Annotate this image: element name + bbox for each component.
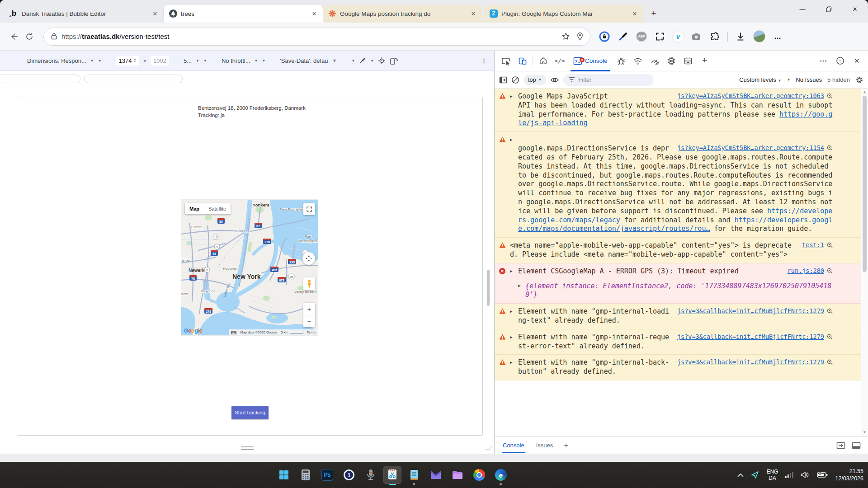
- network-signal-icon[interactable]: [785, 472, 793, 478]
- device-toolbar-toggle-icon[interactable]: [516, 54, 529, 68]
- map-button[interactable]: Map: [185, 203, 204, 214]
- filter-input[interactable]: Filter: [563, 74, 654, 86]
- onepassword-icon[interactable]: 1: [340, 466, 358, 484]
- magnifier-icon[interactable]: [827, 334, 833, 340]
- start-tracking-button[interactable]: Start tracking: [231, 406, 269, 419]
- message-source-link[interactable]: js?key=AIzaSyCmSt5BK…arker,geometry:1063: [677, 92, 824, 100]
- satellite-button[interactable]: Satellite: [204, 203, 231, 214]
- location-pin-icon[interactable]: [576, 32, 584, 41]
- chevron-down-icon[interactable]: ▼: [351, 59, 355, 63]
- pan-control[interactable]: [302, 252, 315, 265]
- console-error[interactable]: ▶ run.js:280 Element CSGoogleMap A - ERR…: [495, 263, 861, 304]
- chevron-down-icon[interactable]: ▼: [98, 59, 102, 63]
- chevron-down-icon[interactable]: ▼: [787, 78, 790, 82]
- fullscreen-button[interactable]: [303, 203, 315, 215]
- snipping-tool-icon[interactable]: [383, 466, 401, 484]
- console-object-preview[interactable]: ▶{element_instance: ElementInstance2, co…: [518, 282, 833, 300]
- message-source-link[interactable]: run.js:280: [788, 267, 824, 275]
- start-button[interactable]: [275, 466, 293, 484]
- dimensions-select[interactable]: Dimensions: Respon...: [27, 57, 86, 64]
- custom-levels-select[interactable]: Custom levels ▼: [739, 76, 781, 83]
- tab-close-icon[interactable]: ✕: [631, 9, 639, 18]
- password-manager-icon[interactable]: [599, 31, 610, 42]
- zoom-in-button[interactable]: +: [303, 303, 315, 315]
- language-switcher[interactable]: ENGDA: [766, 469, 778, 481]
- downloads-icon[interactable]: [735, 31, 746, 42]
- magnifier-icon[interactable]: [827, 359, 833, 365]
- pegman-control[interactable]: [303, 277, 315, 290]
- tray-chevron-icon[interactable]: [737, 473, 744, 477]
- extensions-puzzle-icon[interactable]: [709, 31, 721, 42]
- help-icon[interactable]: ?: [833, 54, 847, 68]
- map-terms-link[interactable]: Terms: [307, 330, 316, 334]
- expand-caret-icon[interactable]: ▶: [510, 92, 514, 128]
- eyedropper-tool-icon[interactable]: [359, 57, 366, 64]
- tab-trees[interactable]: trees ✕: [164, 5, 323, 23]
- chevron-down-icon[interactable]: ▼: [196, 59, 199, 63]
- chevron-down-icon[interactable]: ▼: [203, 59, 207, 63]
- bookmark-star-icon[interactable]: [561, 32, 570, 41]
- tab-close-icon[interactable]: ✕: [310, 9, 318, 18]
- location-active-icon[interactable]: [751, 471, 759, 479]
- corner-resize-grip[interactable]: [485, 446, 493, 450]
- proton-mail-icon[interactable]: [427, 466, 445, 484]
- no-issues-text[interactable]: No Issues: [796, 76, 822, 83]
- debugger-tab-icon[interactable]: [614, 54, 628, 68]
- viewport-scrollbar[interactable]: [487, 270, 490, 306]
- photoshop-icon[interactable]: Ps: [318, 466, 336, 484]
- url-text[interactable]: https://traeatlas.dk/version-test/test: [61, 33, 561, 40]
- throttling-select[interactable]: No throttl...: [222, 57, 250, 64]
- tab-bubble-editor[interactable]: b Dansk Træatlas | Bubble Editor ✕: [5, 5, 164, 23]
- drawer-tab-console[interactable]: Console: [502, 437, 525, 453]
- tab-close-icon[interactable]: ✕: [151, 9, 159, 18]
- console-warning[interactable]: ▶ js?v=3&callback=init…cfMuBjlcfFNrtc:12…: [495, 304, 861, 329]
- restore-button[interactable]: [816, 0, 842, 18]
- more-tools-icon[interactable]: +: [698, 54, 712, 68]
- eyedropper-icon[interactable]: [617, 31, 629, 42]
- files-folder-icon[interactable]: [448, 466, 467, 484]
- calculator-icon[interactable]: [297, 466, 315, 484]
- zoom-out-button[interactable]: −: [303, 315, 315, 328]
- magnifier-icon[interactable]: [827, 268, 833, 274]
- minimize-button[interactable]: —: [789, 0, 816, 18]
- drawer-expand-icon[interactable]: [852, 442, 861, 449]
- magnifier-icon[interactable]: [827, 308, 833, 314]
- message-source-link[interactable]: js?key=AIzaSyCmSt5BK…arker,geometry:1154: [677, 144, 824, 152]
- battery-icon[interactable]: [817, 472, 828, 478]
- tab-close-icon[interactable]: ✕: [469, 9, 477, 18]
- scroll-up-icon[interactable]: ▲: [861, 90, 868, 95]
- tab-google-maps-tracking[interactable]: Google Maps position tracking do ✕: [323, 5, 482, 23]
- application-tab-icon[interactable]: [681, 54, 695, 68]
- page-input-field[interactable]: [0, 75, 80, 83]
- address-bar[interactable]: https://traeatlas.dk/version-test/test: [43, 28, 590, 46]
- new-tab-button[interactable]: +: [647, 7, 660, 20]
- chevron-down-icon[interactable]: ▼: [255, 59, 258, 63]
- scrollbar-thumb[interactable]: [863, 96, 867, 272]
- zoom-control[interactable]: + −: [303, 303, 315, 327]
- welcome-tab-icon[interactable]: [536, 54, 550, 68]
- drawer-panel-icon[interactable]: [836, 442, 845, 449]
- volume-icon[interactable]: [801, 471, 810, 479]
- live-expression-eye-icon[interactable]: [550, 76, 559, 84]
- device-toolbar-menu-icon[interactable]: ⋮: [481, 57, 487, 64]
- inspect-target-icon[interactable]: [378, 57, 386, 65]
- refresh-button[interactable]: [22, 29, 37, 44]
- chevron-down-icon[interactable]: ▼: [90, 59, 94, 63]
- expand-caret-icon[interactable]: ▶: [510, 333, 514, 351]
- console-warning[interactable]: ▶ js?key=AIzaSyCmSt5BK…arker,geometry:10…: [495, 89, 861, 132]
- magnifier-icon[interactable]: [827, 93, 833, 99]
- clear-console-icon[interactable]: [511, 76, 519, 84]
- tab-console[interactable]: ✕ Console: [570, 51, 611, 71]
- google-logo[interactable]: Google: [184, 328, 202, 334]
- close-devtools-icon[interactable]: ✕: [850, 54, 863, 68]
- network-tab-icon[interactable]: [631, 54, 645, 68]
- viewport-height-input[interactable]: 1002: [151, 56, 169, 66]
- inspect-element-icon[interactable]: [499, 54, 513, 68]
- console-scrollbar[interactable]: ▲ ▼: [861, 89, 868, 436]
- rotate-device-icon[interactable]: [390, 57, 398, 65]
- edge-icon[interactable]: e: [492, 466, 510, 484]
- back-button[interactable]: [6, 29, 22, 44]
- google-map[interactable]: 80 87 278 95 295 495 78 678 278 17: [181, 200, 318, 335]
- adblock-plus-icon[interactable]: ABP: [636, 31, 647, 42]
- expand-caret-icon[interactable]: ▶: [510, 307, 514, 325]
